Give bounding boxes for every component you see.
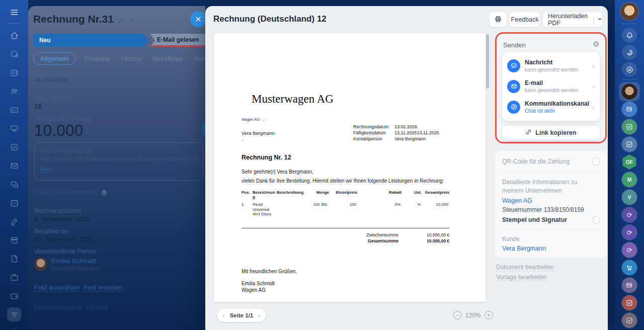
- edit-document-link[interactable]: Dokument bearbeiten: [496, 264, 554, 271]
- responsible-name-link[interactable]: Emilia Schmidt: [51, 257, 96, 265]
- total-value: 10.000,00 €: [404, 238, 449, 243]
- stamp-checkbox[interactable]: [593, 216, 600, 223]
- tax-number: Steuernummer 133/8150/8159: [502, 206, 584, 213]
- send-option-kommunikationskanal[interactable]: Kommunikationskanal Chat ist aktiv ›: [502, 97, 600, 117]
- notifications-bell-icon[interactable]: [622, 28, 637, 43]
- sync-icon[interactable]: ⟳: [622, 207, 637, 222]
- chat-sync-icon[interactable]: [622, 62, 637, 77]
- tab-automatisierung[interactable]: Automatisierung: [194, 55, 205, 62]
- create-field-link[interactable]: Feld erstellen: [84, 284, 123, 292]
- nav-divider: [8, 23, 20, 24]
- tab-allgemein[interactable]: Allgemein: [33, 52, 76, 65]
- gear-icon[interactable]: ⚙: [593, 40, 599, 49]
- invoice-meta-values: 13.02.2026 13.11.202513.11.2025 Vera Ber…: [394, 124, 439, 142]
- invoice-no-label: Rechnung Nr.: [34, 95, 71, 102]
- task-check-icon[interactable]: [622, 137, 637, 152]
- contacts-icon[interactable]: [7, 84, 21, 98]
- sign-icon[interactable]: [7, 214, 21, 228]
- contact-avatar[interactable]: [621, 84, 637, 100]
- contact-card-icon[interactable]: [622, 102, 637, 117]
- invoice-heading: Rechnung Nr. 12: [242, 154, 291, 161]
- wallet-icon[interactable]: [7, 289, 21, 303]
- news-icon[interactable]: [7, 65, 21, 79]
- pay-until-label: Bezahlen bis: [34, 228, 69, 235]
- send-option-title: Nachricht: [525, 59, 578, 66]
- qr-code-checkbox[interactable]: [593, 158, 600, 165]
- send-option-status-link[interactable]: Chat ist aktiv: [525, 108, 589, 114]
- status-stage-email-gelesen[interactable]: E-Mail gelesen: [150, 34, 205, 47]
- task-check-icon[interactable]: [622, 119, 637, 134]
- responsible-avatar[interactable]: [34, 258, 47, 271]
- user-avatar[interactable]: [620, 3, 638, 21]
- archive-icon[interactable]: [7, 233, 21, 247]
- preview-scrollbar[interactable]: [486, 34, 489, 89]
- feedback-button[interactable]: Feedback: [510, 12, 540, 27]
- task-check-icon[interactable]: [622, 295, 637, 310]
- qr-code-label: QR-Code für die Zahlung: [502, 158, 570, 165]
- edit-title-icon[interactable]: [118, 17, 125, 26]
- badge-m[interactable]: M: [622, 172, 637, 187]
- badge-v[interactable]: V: [622, 190, 637, 205]
- due-total-label: Fälliger Gesamtbetrag?: [34, 188, 107, 196]
- edit-template-link[interactable]: Vorlage bearbeiten: [496, 274, 547, 281]
- page-indicator: Seite 1/1: [230, 312, 254, 318]
- calendar-icon[interactable]: [7, 196, 21, 210]
- menu-icon[interactable]: [7, 5, 21, 19]
- contact-card-icon[interactable]: [622, 278, 637, 293]
- close-icon[interactable]: ✕: [190, 11, 206, 27]
- next-page-icon[interactable]: ›: [258, 312, 261, 319]
- sync-icon[interactable]: ⟳: [622, 225, 637, 240]
- home-icon[interactable]: [7, 28, 21, 42]
- table-row: 1.: [242, 202, 253, 217]
- badge-of[interactable]: OF: [622, 154, 637, 170]
- stats-icon[interactable]: [7, 324, 21, 330]
- app-root: Rechnung Nr.31 Neu E-Mail gelesen Allgem…: [0, 0, 644, 330]
- options-divider: [502, 172, 600, 173]
- payments-icon[interactable]: [7, 103, 21, 117]
- help-icon[interactable]: ?: [101, 190, 107, 196]
- task-check-icon[interactable]: [622, 313, 637, 328]
- deal-detail-panel: Rechnung Nr.31 Neu E-Mail gelesen Allgem…: [28, 6, 205, 330]
- deals-icon[interactable]: [7, 47, 21, 61]
- chevron-right-icon: ›: [592, 103, 595, 111]
- tasks-icon[interactable]: [7, 140, 21, 154]
- select-field-link[interactable]: Feld auswählen: [34, 284, 80, 292]
- cart-icon[interactable]: [622, 260, 637, 275]
- tab-history[interactable]: History: [121, 55, 141, 62]
- filter-icon[interactable]: [7, 307, 21, 321]
- download-pdf-button[interactable]: Herunterladen PDF: [543, 12, 602, 27]
- zoom-out-icon[interactable]: −: [453, 311, 462, 319]
- mail-icon[interactable]: [7, 158, 21, 173]
- entries-new-link[interactable]: Neu: [40, 166, 52, 173]
- tab-produkte[interactable]: Produkte: [84, 55, 110, 62]
- zoom-level: 120%: [465, 312, 481, 319]
- company-link[interactable]: Wagen AG: [502, 197, 532, 204]
- print-button[interactable]: [490, 12, 507, 27]
- copy-link-button[interactable]: Link kopieren: [502, 126, 600, 140]
- email-icon: [507, 80, 520, 93]
- sync-icon[interactable]: ⟳: [622, 242, 637, 258]
- responsible-role: Geschäftsführerin: [51, 265, 99, 272]
- invoice-signature-company: Wagen AG: [242, 287, 266, 293]
- customer-label: Kunde: [502, 235, 520, 242]
- documents-icon[interactable]: [7, 252, 21, 266]
- qr-code-row: QR-Code für die Zahlung: [502, 158, 600, 165]
- right-rail: OF M V ⟳ ⟳ ⟳: [615, 0, 644, 330]
- previous-page-icon[interactable]: ‹: [222, 312, 225, 319]
- customer-link[interactable]: Vera Bergmann: [502, 245, 546, 252]
- presentation-icon[interactable]: [7, 121, 21, 135]
- pay-until-value: 13. November 2025: [34, 235, 94, 243]
- send-option-email[interactable]: E-mail kann gesendet werden ›: [502, 76, 600, 97]
- chevron-right-icon: ›: [592, 61, 595, 70]
- document-options-card: QR-Code für die Zahlung Detaillierte Inf…: [495, 151, 607, 258]
- invoice-date-value: 6. November 2025: [34, 215, 90, 223]
- chat-icon[interactable]: [7, 177, 21, 191]
- link-icon: [525, 129, 532, 137]
- tab-workflows[interactable]: Workflows: [153, 55, 183, 62]
- status-stage-neu[interactable]: Neu: [33, 34, 149, 47]
- send-option-nachricht[interactable]: Nachricht kann gesendet werden ›: [502, 55, 600, 76]
- products-icon[interactable]: [7, 270, 21, 284]
- zoom-in-icon[interactable]: +: [485, 311, 493, 319]
- automation-spiral-icon[interactable]: [622, 45, 637, 60]
- copy-link-icon[interactable]: [129, 17, 136, 26]
